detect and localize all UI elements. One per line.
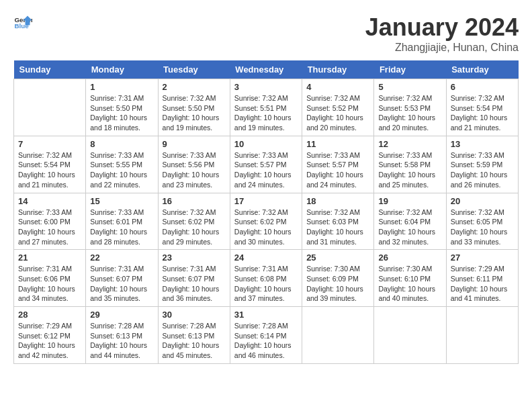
day-info: Sunrise: 7:29 AMSunset: 6:11 PMDaylight:… xyxy=(451,264,514,304)
day-number: 26 xyxy=(378,253,441,263)
day-info: Sunrise: 7:33 AMSunset: 5:55 PMDaylight:… xyxy=(90,150,153,190)
days-header-row: Sunday Monday Tuesday Wednesday Thursday… xyxy=(14,60,519,79)
calendar-cell: 19Sunrise: 7:32 AMSunset: 6:04 PMDayligh… xyxy=(374,193,446,250)
day-number: 30 xyxy=(163,310,226,320)
calendar-cell: 8Sunrise: 7:33 AMSunset: 5:55 PMDaylight… xyxy=(86,136,158,193)
day-number: 4 xyxy=(306,82,369,92)
calendar-cell: 16Sunrise: 7:32 AMSunset: 6:02 PMDayligh… xyxy=(158,193,230,250)
day-number: 20 xyxy=(451,196,514,206)
calendar-cell: 14Sunrise: 7:33 AMSunset: 6:00 PMDayligh… xyxy=(14,193,86,250)
day-info: Sunrise: 7:33 AMSunset: 5:57 PMDaylight:… xyxy=(306,150,369,190)
day-number: 17 xyxy=(234,196,298,206)
calendar-cell: 26Sunrise: 7:30 AMSunset: 6:10 PMDayligh… xyxy=(374,250,446,307)
day-number: 15 xyxy=(90,196,153,206)
header-wednesday: Wednesday xyxy=(230,60,302,79)
day-info: Sunrise: 7:29 AMSunset: 6:12 PMDaylight:… xyxy=(18,321,81,361)
day-info: Sunrise: 7:32 AMSunset: 5:50 PMDaylight:… xyxy=(163,93,226,133)
day-number: 2 xyxy=(163,82,226,92)
day-info: Sunrise: 7:33 AMSunset: 5:58 PMDaylight:… xyxy=(378,150,441,190)
calendar-cell: 25Sunrise: 7:30 AMSunset: 6:09 PMDayligh… xyxy=(302,250,374,307)
calendar-cell: 15Sunrise: 7:33 AMSunset: 6:01 PMDayligh… xyxy=(86,193,158,250)
day-number: 21 xyxy=(18,253,81,263)
calendar-cell: 6Sunrise: 7:32 AMSunset: 5:54 PMDaylight… xyxy=(446,79,518,136)
day-info: Sunrise: 7:33 AMSunset: 5:57 PMDaylight:… xyxy=(234,150,298,190)
day-info: Sunrise: 7:32 AMSunset: 6:03 PMDaylight:… xyxy=(306,208,369,247)
day-number: 22 xyxy=(90,253,153,263)
day-number: 13 xyxy=(451,139,514,149)
calendar-cell xyxy=(302,307,374,364)
calendar-cell: 20Sunrise: 7:32 AMSunset: 6:05 PMDayligh… xyxy=(446,193,518,250)
calendar-cell xyxy=(14,79,86,136)
day-info: Sunrise: 7:32 AMSunset: 6:04 PMDaylight:… xyxy=(378,208,441,247)
calendar-cell: 21Sunrise: 7:31 AMSunset: 6:06 PMDayligh… xyxy=(14,250,86,307)
calendar-cell: 11Sunrise: 7:33 AMSunset: 5:57 PMDayligh… xyxy=(302,136,374,193)
day-number: 10 xyxy=(234,139,298,149)
calendar-cell: 24Sunrise: 7:31 AMSunset: 6:08 PMDayligh… xyxy=(230,250,302,307)
day-info: Sunrise: 7:30 AMSunset: 6:10 PMDaylight:… xyxy=(378,264,441,304)
day-info: Sunrise: 7:32 AMSunset: 5:52 PMDaylight:… xyxy=(306,93,369,133)
calendar-cell: 1Sunrise: 7:31 AMSunset: 5:50 PMDaylight… xyxy=(86,79,158,136)
calendar-cell: 3Sunrise: 7:32 AMSunset: 5:51 PMDaylight… xyxy=(230,79,302,136)
month-year-title: January 2024 xyxy=(365,13,519,42)
header-saturday: Saturday xyxy=(446,60,518,79)
header-monday: Monday xyxy=(86,60,158,79)
day-info: Sunrise: 7:33 AMSunset: 5:59 PMDaylight:… xyxy=(451,150,514,190)
day-info: Sunrise: 7:31 AMSunset: 6:08 PMDaylight:… xyxy=(234,264,298,304)
calendar-cell: 4Sunrise: 7:32 AMSunset: 5:52 PMDaylight… xyxy=(302,79,374,136)
day-number: 28 xyxy=(18,310,81,320)
day-info: Sunrise: 7:32 AMSunset: 5:54 PMDaylight:… xyxy=(451,93,514,133)
calendar-cell: 12Sunrise: 7:33 AMSunset: 5:58 PMDayligh… xyxy=(374,136,446,193)
day-info: Sunrise: 7:32 AMSunset: 6:02 PMDaylight:… xyxy=(163,208,226,247)
week-row-1: 1Sunrise: 7:31 AMSunset: 5:50 PMDaylight… xyxy=(14,79,519,136)
calendar-cell: 18Sunrise: 7:32 AMSunset: 6:03 PMDayligh… xyxy=(302,193,374,250)
day-info: Sunrise: 7:28 AMSunset: 6:13 PMDaylight:… xyxy=(163,321,226,361)
week-row-5: 28Sunrise: 7:29 AMSunset: 6:12 PMDayligh… xyxy=(14,307,519,364)
calendar-table: Sunday Monday Tuesday Wednesday Thursday… xyxy=(13,60,519,364)
day-number: 25 xyxy=(306,253,369,263)
day-number: 3 xyxy=(234,82,298,92)
calendar-cell: 5Sunrise: 7:32 AMSunset: 5:53 PMDaylight… xyxy=(374,79,446,136)
header-thursday: Thursday xyxy=(302,60,374,79)
week-row-4: 21Sunrise: 7:31 AMSunset: 6:06 PMDayligh… xyxy=(14,250,519,307)
calendar-cell: 30Sunrise: 7:28 AMSunset: 6:13 PMDayligh… xyxy=(158,307,230,364)
day-info: Sunrise: 7:32 AMSunset: 5:54 PMDaylight:… xyxy=(18,150,81,190)
day-info: Sunrise: 7:31 AMSunset: 5:50 PMDaylight:… xyxy=(90,93,153,133)
week-row-2: 7Sunrise: 7:32 AMSunset: 5:54 PMDaylight… xyxy=(14,136,519,193)
day-info: Sunrise: 7:32 AMSunset: 5:51 PMDaylight:… xyxy=(234,93,298,133)
day-number: 18 xyxy=(306,196,369,206)
calendar-cell: 29Sunrise: 7:28 AMSunset: 6:13 PMDayligh… xyxy=(86,307,158,364)
day-number: 23 xyxy=(163,253,226,263)
day-info: Sunrise: 7:32 AMSunset: 5:53 PMDaylight:… xyxy=(378,93,441,133)
day-info: Sunrise: 7:33 AMSunset: 5:56 PMDaylight:… xyxy=(163,150,226,190)
day-number: 6 xyxy=(451,82,514,92)
calendar-cell: 17Sunrise: 7:32 AMSunset: 6:02 PMDayligh… xyxy=(230,193,302,250)
day-info: Sunrise: 7:32 AMSunset: 6:05 PMDaylight:… xyxy=(451,208,514,247)
calendar-cell xyxy=(446,307,518,364)
day-info: Sunrise: 7:31 AMSunset: 6:07 PMDaylight:… xyxy=(90,264,153,304)
day-number: 9 xyxy=(163,139,226,149)
week-row-3: 14Sunrise: 7:33 AMSunset: 6:00 PMDayligh… xyxy=(14,193,519,250)
day-info: Sunrise: 7:33 AMSunset: 6:01 PMDaylight:… xyxy=(90,208,153,247)
day-info: Sunrise: 7:28 AMSunset: 6:13 PMDaylight:… xyxy=(90,321,153,361)
calendar-cell: 28Sunrise: 7:29 AMSunset: 6:12 PMDayligh… xyxy=(14,307,86,364)
page-header: General Blue January 2024 Zhangjiajie, H… xyxy=(13,13,519,54)
day-number: 5 xyxy=(378,82,441,92)
day-info: Sunrise: 7:30 AMSunset: 6:09 PMDaylight:… xyxy=(306,264,369,304)
day-info: Sunrise: 7:33 AMSunset: 6:00 PMDaylight:… xyxy=(18,208,81,247)
day-number: 1 xyxy=(90,82,153,92)
calendar-cell: 2Sunrise: 7:32 AMSunset: 5:50 PMDaylight… xyxy=(158,79,230,136)
calendar-cell: 9Sunrise: 7:33 AMSunset: 5:56 PMDaylight… xyxy=(158,136,230,193)
header-friday: Friday xyxy=(374,60,446,79)
day-number: 31 xyxy=(234,310,298,320)
day-number: 27 xyxy=(451,253,514,263)
calendar-cell: 23Sunrise: 7:31 AMSunset: 6:07 PMDayligh… xyxy=(158,250,230,307)
day-info: Sunrise: 7:31 AMSunset: 6:06 PMDaylight:… xyxy=(18,264,81,304)
day-number: 16 xyxy=(163,196,226,206)
day-number: 19 xyxy=(378,196,441,206)
header-sunday: Sunday xyxy=(14,60,86,79)
day-info: Sunrise: 7:31 AMSunset: 6:07 PMDaylight:… xyxy=(163,264,226,304)
calendar-cell: 22Sunrise: 7:31 AMSunset: 6:07 PMDayligh… xyxy=(86,250,158,307)
title-block: January 2024 Zhangjiajie, Hunan, China xyxy=(365,13,519,54)
logo: General Blue xyxy=(13,13,32,32)
day-number: 14 xyxy=(18,196,81,206)
